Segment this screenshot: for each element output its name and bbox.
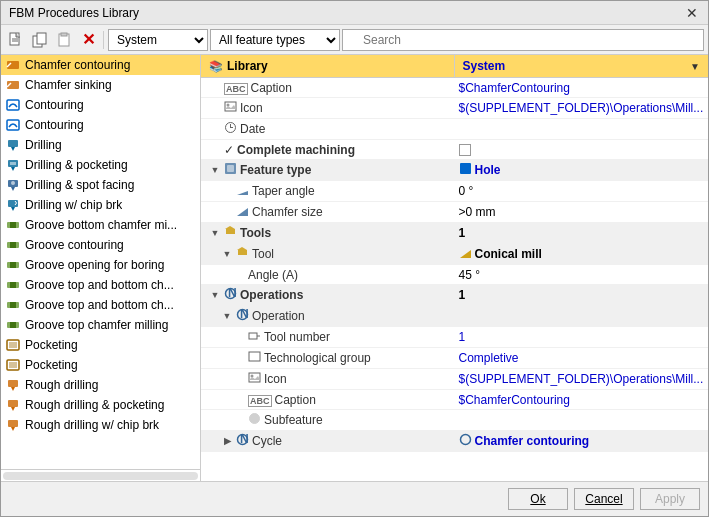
hole-icon bbox=[459, 162, 475, 178]
svg-marker-22 bbox=[11, 207, 15, 211]
chamfer-size-icon bbox=[236, 204, 249, 220]
checkbox[interactable] bbox=[459, 144, 471, 156]
prop-label: ✓Complete machining bbox=[201, 140, 455, 159]
expand-arrow[interactable] bbox=[221, 310, 233, 322]
label-text: Operation bbox=[252, 309, 305, 323]
prop-row: Feature typeHole bbox=[201, 160, 708, 181]
list-item-icon bbox=[5, 277, 21, 293]
expand-arrow[interactable] bbox=[221, 435, 233, 447]
list-item-icon bbox=[5, 397, 21, 413]
list-item[interactable]: Contouring bbox=[1, 115, 200, 135]
subfeature-icon bbox=[248, 412, 261, 428]
prop-label: Technological group bbox=[201, 348, 455, 368]
label-text: Chamfer size bbox=[252, 205, 323, 219]
list-item-icon bbox=[5, 157, 21, 173]
expand-arrow[interactable] bbox=[209, 227, 221, 239]
expand-arrow[interactable] bbox=[221, 248, 233, 260]
svg-rect-34 bbox=[10, 322, 16, 328]
svg-rect-32 bbox=[10, 302, 16, 308]
list-item[interactable]: Drilling & pocketing bbox=[1, 155, 200, 175]
prop-value bbox=[455, 410, 709, 430]
list-item[interactable]: Pocketing bbox=[1, 355, 200, 375]
prop-row: Date bbox=[201, 119, 708, 140]
prop-label: Taper angle bbox=[201, 181, 455, 201]
list-item[interactable]: Groove opening for boring bbox=[1, 255, 200, 275]
expand-arrow[interactable] bbox=[209, 289, 221, 301]
main-content: Chamfer contouringChamfer sinkingContour… bbox=[1, 55, 708, 481]
list-item[interactable]: Drilling w/ chip brk bbox=[1, 195, 200, 215]
prop-value: Completive bbox=[455, 348, 709, 368]
list-item-label: Rough drilling & pocketing bbox=[25, 398, 164, 412]
left-panel: Chamfer contouringChamfer sinkingContour… bbox=[1, 55, 201, 481]
toolbar-btn-3[interactable] bbox=[53, 29, 75, 51]
cancel-button[interactable]: Cancel bbox=[574, 488, 634, 510]
prop-value: $ChamferContouring bbox=[455, 390, 709, 409]
prop-row: ABCCaption$ChamferContouring bbox=[201, 78, 708, 98]
svg-rect-55 bbox=[226, 229, 235, 234]
list-item[interactable]: Rough drilling bbox=[1, 375, 200, 395]
svg-marker-42 bbox=[11, 407, 15, 411]
toolbar-btn-delete[interactable]: ✕ bbox=[77, 29, 99, 51]
prop-row: Tool number1 bbox=[201, 327, 708, 348]
prop-value: Conical mill bbox=[455, 244, 709, 264]
svg-marker-40 bbox=[11, 387, 15, 391]
svg-point-20 bbox=[11, 181, 15, 185]
label-text: Subfeature bbox=[264, 413, 323, 427]
list-item[interactable]: Groove top and bottom ch... bbox=[1, 275, 200, 295]
close-button[interactable]: ✕ bbox=[684, 5, 700, 21]
list-item[interactable]: Groove top chamfer milling bbox=[1, 315, 200, 335]
prop-value: 45 ° bbox=[455, 265, 709, 284]
svg-marker-44 bbox=[11, 427, 15, 431]
list-item-icon bbox=[5, 57, 21, 73]
right-panel: 📚 Library System ▼ ABCCaption$ChamferCon… bbox=[201, 55, 708, 481]
svg-text:N: N bbox=[240, 308, 249, 321]
list-item-icon bbox=[5, 377, 21, 393]
list-item[interactable]: Rough drilling w/ chip brk bbox=[1, 415, 200, 435]
list-item-icon bbox=[5, 357, 21, 373]
expand-arrow[interactable] bbox=[209, 164, 221, 176]
toolbar: ✕ System All feature types 🔍 bbox=[1, 25, 708, 55]
list-item[interactable]: Contouring bbox=[1, 95, 200, 115]
right-header: 📚 Library System ▼ bbox=[201, 55, 708, 78]
cycle-value-text: Chamfer contouring bbox=[475, 434, 590, 448]
prop-row: Angle (A)45 ° bbox=[201, 265, 708, 285]
clock-icon bbox=[224, 121, 237, 137]
prop-row: ToolConical mill bbox=[201, 244, 708, 265]
toolbar-btn-2[interactable] bbox=[29, 29, 51, 51]
svg-marker-53 bbox=[237, 191, 248, 195]
svg-rect-4 bbox=[37, 33, 46, 44]
apply-button[interactable]: Apply bbox=[640, 488, 700, 510]
list-item[interactable]: Chamfer sinking bbox=[1, 75, 200, 95]
list-item[interactable]: Pocketing bbox=[1, 335, 200, 355]
label-text: Date bbox=[240, 122, 265, 136]
list-item[interactable]: Groove contouring bbox=[1, 235, 200, 255]
svg-rect-51 bbox=[227, 165, 234, 172]
feature-types-dropdown[interactable]: All feature types bbox=[210, 29, 340, 51]
list-item[interactable]: Chamfer contouring bbox=[1, 55, 200, 75]
horizontal-scrollbar[interactable] bbox=[3, 472, 198, 480]
prop-label: Tool number bbox=[201, 327, 455, 347]
prop-row: NCycleChamfer contouring bbox=[201, 431, 708, 452]
list-item[interactable]: Groove bottom chamfer mi... bbox=[1, 215, 200, 235]
ok-button[interactable]: Ok bbox=[508, 488, 568, 510]
tools-icon bbox=[224, 225, 237, 241]
list-item[interactable]: Groove top and bottom ch... bbox=[1, 295, 200, 315]
list-item-label: Pocketing bbox=[25, 358, 78, 372]
list-item[interactable]: Drilling bbox=[1, 135, 200, 155]
list-item-icon bbox=[5, 417, 21, 433]
prop-row: Icon$(SUPPLEMENT_FOLDER)\Operations\Mill… bbox=[201, 98, 708, 119]
label-text: Icon bbox=[240, 101, 263, 115]
list-item[interactable]: Drilling & spot facing bbox=[1, 175, 200, 195]
system-dropdown[interactable]: System bbox=[108, 29, 208, 51]
toolbar-btn-1[interactable] bbox=[5, 29, 27, 51]
list-item-label: Chamfer contouring bbox=[25, 58, 130, 72]
operations-icon: N bbox=[224, 287, 237, 303]
toolbar-separator bbox=[103, 31, 104, 49]
svg-rect-28 bbox=[10, 262, 16, 268]
list-item-label: Groove bottom chamfer mi... bbox=[25, 218, 177, 232]
list-item-icon bbox=[5, 97, 21, 113]
list-item[interactable]: Rough drilling & pocketing bbox=[1, 395, 200, 415]
label-text: Cycle bbox=[252, 434, 282, 448]
search-input[interactable] bbox=[342, 29, 704, 51]
feature-type-value: Hole bbox=[475, 163, 501, 177]
